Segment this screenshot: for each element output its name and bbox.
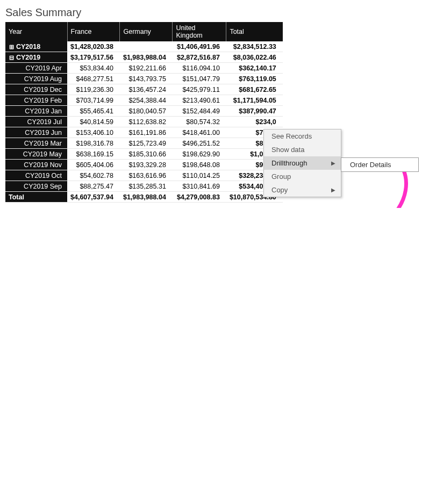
table-row[interactable]: CY2019 May$638,169.15$185,310.66$198,629… <box>5 149 283 160</box>
table-row[interactable]: CY2019 Jul$40,814.59$112,638.82$80,574.3… <box>5 117 283 127</box>
table-row[interactable]: CY2019 Feb$703,714.99$254,388.44$213,490… <box>5 95 283 106</box>
row-label: CY2019 Oct <box>25 172 62 179</box>
expand-icon[interactable]: ⊞ <box>9 44 14 51</box>
ctx-item-see-records[interactable]: See Records <box>264 129 341 143</box>
cell-value: $468,277.51 <box>67 74 120 84</box>
cell-value: $1,171,594.05 <box>226 95 283 106</box>
cell-value: $180,040.57 <box>120 106 173 117</box>
row-label: CY2019 Nov <box>24 161 62 169</box>
ctx-item-drillthrough[interactable]: Drillthrough▶ <box>264 156 341 170</box>
chevron-right-icon: ▶ <box>331 160 335 166</box>
table-row[interactable]: CY2019 Aug$468,277.51$143,793.75$151,047… <box>5 74 283 84</box>
cell-value: $418,461.00 <box>173 127 226 138</box>
cell-value: $8,036,022.46 <box>226 52 283 63</box>
cell-value: $254,388.44 <box>120 95 173 106</box>
table-row[interactable]: Total$4,607,537.94$1,983,988.04$4,279,00… <box>5 192 283 203</box>
table-row[interactable]: CY2019 Mar$198,316.78$125,723.49$496,251… <box>5 138 283 149</box>
table-row[interactable]: ⊞CY2018$1,428,020.38$1,406,491.96$2,834,… <box>5 41 283 52</box>
cell-value: $116,094.10 <box>173 63 226 74</box>
cell-value: $119,236.30 <box>67 84 120 95</box>
row-label: CY2018 <box>16 43 40 51</box>
row-label: CY2019 Aug <box>24 75 62 83</box>
row-label: CY2019 May <box>23 150 62 158</box>
cell-value: $213,490.61 <box>173 95 226 106</box>
cell-value: $161,191.86 <box>120 127 173 138</box>
row-label: CY2019 Mar <box>24 140 62 147</box>
col-germany[interactable]: Germany <box>120 22 173 41</box>
cell-value: $125,723.49 <box>120 138 173 149</box>
cell-value: $3,179,517.56 <box>67 52 120 63</box>
table-row[interactable]: CY2019 Dec$119,236.30$136,457.24$425,979… <box>5 84 283 95</box>
cell-value: $425,979.11 <box>173 84 226 95</box>
chevron-right-icon: ▶ <box>331 187 335 193</box>
row-label: CY2019 Jun <box>25 129 62 136</box>
table-row[interactable]: CY2019 Apr$53,834.40$192,211.66$116,094.… <box>5 63 283 74</box>
cell-value: $362,140.17 <box>226 63 283 74</box>
cell-value: $681,672.65 <box>226 84 283 95</box>
ctx-item-show-data[interactable]: Show data <box>264 143 341 156</box>
row-label: CY2019 Jul <box>27 118 62 126</box>
ctx-item-group[interactable]: Group <box>264 170 341 183</box>
table-row[interactable]: CY2019 Sep$88,275.47$135,285.31$310,841.… <box>5 181 283 192</box>
ctx-item-label: Group <box>271 172 291 181</box>
submenu-order-details[interactable]: Order Details <box>341 158 418 171</box>
cell-value: $53,834.40 <box>67 63 120 74</box>
ctx-item-copy[interactable]: Copy▶ <box>264 183 341 197</box>
ctx-item-label: See Records <box>271 132 312 140</box>
cell-value: $40,814.59 <box>67 117 120 127</box>
table-row[interactable]: CY2019 Jan$55,465.41$180,040.57$152,484.… <box>5 106 283 117</box>
cell-value: $1,983,988.04 <box>120 192 173 203</box>
cell-value: $192,211.66 <box>120 63 173 74</box>
cell-value: $112,638.82 <box>120 117 173 127</box>
col-total[interactable]: Total <box>226 22 283 41</box>
cell-value: $135,285.31 <box>120 181 173 192</box>
table-row[interactable]: CY2019 Nov$605,404.06$193,329.28$198,648… <box>5 160 283 170</box>
cell-value: $110,014.25 <box>173 170 226 181</box>
cell-value: $151,047.79 <box>173 74 226 84</box>
cell-value: $185,310.66 <box>120 149 173 160</box>
col-france[interactable]: France <box>67 22 120 41</box>
row-label: CY2019 Jan <box>25 107 62 115</box>
row-label: Total <box>9 193 24 201</box>
cell-value: $198,316.78 <box>67 138 120 149</box>
col-year[interactable]: Year <box>5 22 67 41</box>
row-label: CY2019 <box>16 54 40 61</box>
cell-value: $153,406.10 <box>67 127 120 138</box>
cell-value: $198,629.90 <box>173 149 226 160</box>
cell-value: $2,834,512.33 <box>226 41 283 52</box>
cell-value: $80,574.32 <box>173 117 226 127</box>
cell-value: $136,457.24 <box>120 84 173 95</box>
context-menu[interactable]: See RecordsShow dataDrillthrough▶GroupCo… <box>263 129 341 197</box>
cell-value: $605,404.06 <box>67 160 120 170</box>
cell-value: $1,406,491.96 <box>173 41 226 52</box>
cell-value: $2,872,516.87 <box>173 52 226 63</box>
table-row[interactable]: ⊟CY2019$3,179,517.56$1,983,988.04$2,872,… <box>5 52 283 63</box>
row-label: CY2019 Sep <box>24 183 62 190</box>
cell-value: $198,648.08 <box>173 160 226 170</box>
table-row[interactable]: CY2019 Oct$54,602.78$163,616.96$110,014.… <box>5 170 283 181</box>
cell-value: $763,119.05 <box>226 74 283 84</box>
cell-value: $387,990.47 <box>226 106 283 117</box>
cell-value: $4,279,008.83 <box>173 192 226 203</box>
sales-summary-matrix[interactable]: Year France Germany United Kingdom Total… <box>5 22 283 203</box>
cell-value: $638,169.15 <box>67 149 120 160</box>
cell-value: $163,616.96 <box>120 170 173 181</box>
cell-value: $143,793.75 <box>120 74 173 84</box>
collapse-icon[interactable]: ⊟ <box>9 54 14 61</box>
table-row[interactable]: CY2019 Jun$153,406.10$161,191.86$418,461… <box>5 127 283 138</box>
row-label: CY2019 Dec <box>24 86 62 93</box>
matrix-header-row: Year France Germany United Kingdom Total <box>5 22 283 41</box>
cell-value: $496,251.52 <box>173 138 226 149</box>
cell-value: $1,428,020.38 <box>67 41 120 52</box>
cell-value: $55,465.41 <box>67 106 120 117</box>
cell-value: $88,275.47 <box>67 181 120 192</box>
cell-value: $234,0 <box>226 117 283 127</box>
drillthrough-submenu[interactable]: Order Details <box>341 157 419 172</box>
ctx-item-label: Drillthrough <box>271 159 307 167</box>
col-uk[interactable]: United Kingdom <box>173 22 226 41</box>
cell-value: $54,602.78 <box>67 170 120 181</box>
cell-value: $1,983,988.04 <box>120 52 173 63</box>
cell-value: $193,329.28 <box>120 160 173 170</box>
cell-value: $152,484.49 <box>173 106 226 117</box>
cell-value <box>120 41 173 52</box>
